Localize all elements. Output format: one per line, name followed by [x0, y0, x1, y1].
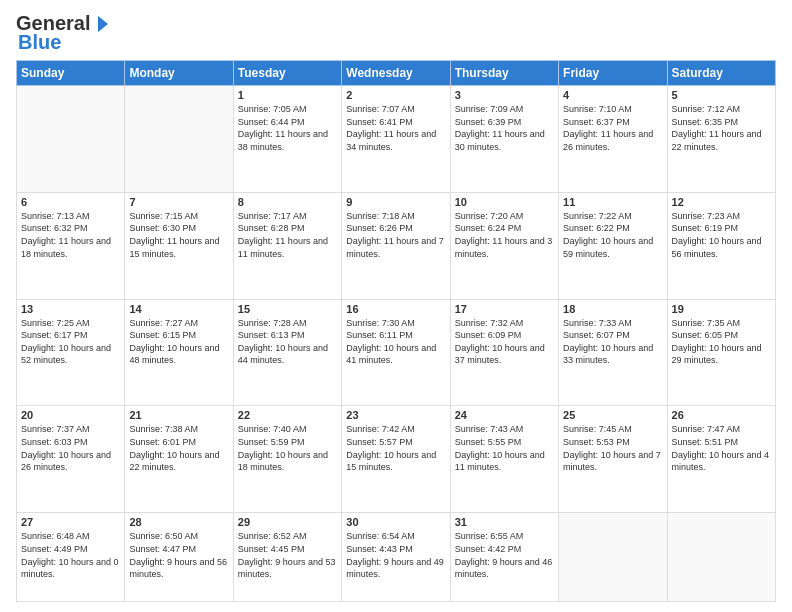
day-number: 31 — [455, 516, 554, 528]
day-number: 30 — [346, 516, 445, 528]
weekday-header: Wednesday — [342, 61, 450, 86]
calendar-cell: 3Sunrise: 7:09 AMSunset: 6:39 PMDaylight… — [450, 86, 558, 193]
day-number: 24 — [455, 409, 554, 421]
calendar-cell: 25Sunrise: 7:45 AMSunset: 5:53 PMDayligh… — [559, 406, 667, 513]
calendar-cell: 4Sunrise: 7:10 AMSunset: 6:37 PMDaylight… — [559, 86, 667, 193]
cell-info: Sunrise: 7:05 AMSunset: 6:44 PMDaylight:… — [238, 103, 337, 153]
day-number: 5 — [672, 89, 771, 101]
logo-icon — [90, 14, 110, 34]
weekday-header: Tuesday — [233, 61, 341, 86]
calendar-cell: 30Sunrise: 6:54 AMSunset: 4:43 PMDayligh… — [342, 513, 450, 602]
calendar-cell: 24Sunrise: 7:43 AMSunset: 5:55 PMDayligh… — [450, 406, 558, 513]
calendar-cell: 16Sunrise: 7:30 AMSunset: 6:11 PMDayligh… — [342, 299, 450, 406]
cell-info: Sunrise: 7:22 AMSunset: 6:22 PMDaylight:… — [563, 210, 662, 260]
cell-info: Sunrise: 7:20 AMSunset: 6:24 PMDaylight:… — [455, 210, 554, 260]
page: General Blue SundayMondayTuesdayWednesda… — [0, 0, 792, 612]
calendar-week-row: 27Sunrise: 6:48 AMSunset: 4:49 PMDayligh… — [17, 513, 776, 602]
calendar-week-row: 13Sunrise: 7:25 AMSunset: 6:17 PMDayligh… — [17, 299, 776, 406]
cell-info: Sunrise: 7:07 AMSunset: 6:41 PMDaylight:… — [346, 103, 445, 153]
calendar-cell — [559, 513, 667, 602]
calendar-table: SundayMondayTuesdayWednesdayThursdayFrid… — [16, 60, 776, 602]
day-number: 7 — [129, 196, 228, 208]
cell-info: Sunrise: 6:54 AMSunset: 4:43 PMDaylight:… — [346, 530, 445, 580]
calendar-cell — [17, 86, 125, 193]
cell-info: Sunrise: 6:55 AMSunset: 4:42 PMDaylight:… — [455, 530, 554, 580]
calendar-cell: 6Sunrise: 7:13 AMSunset: 6:32 PMDaylight… — [17, 192, 125, 299]
calendar-cell: 21Sunrise: 7:38 AMSunset: 6:01 PMDayligh… — [125, 406, 233, 513]
calendar-week-row: 20Sunrise: 7:37 AMSunset: 6:03 PMDayligh… — [17, 406, 776, 513]
calendar-cell — [667, 513, 775, 602]
cell-info: Sunrise: 7:47 AMSunset: 5:51 PMDaylight:… — [672, 423, 771, 473]
calendar-cell: 11Sunrise: 7:22 AMSunset: 6:22 PMDayligh… — [559, 192, 667, 299]
cell-info: Sunrise: 7:32 AMSunset: 6:09 PMDaylight:… — [455, 317, 554, 367]
calendar-cell: 23Sunrise: 7:42 AMSunset: 5:57 PMDayligh… — [342, 406, 450, 513]
calendar-cell: 18Sunrise: 7:33 AMSunset: 6:07 PMDayligh… — [559, 299, 667, 406]
calendar-cell: 26Sunrise: 7:47 AMSunset: 5:51 PMDayligh… — [667, 406, 775, 513]
day-number: 10 — [455, 196, 554, 208]
day-number: 13 — [21, 303, 120, 315]
calendar-cell: 5Sunrise: 7:12 AMSunset: 6:35 PMDaylight… — [667, 86, 775, 193]
day-number: 1 — [238, 89, 337, 101]
day-number: 17 — [455, 303, 554, 315]
cell-info: Sunrise: 7:12 AMSunset: 6:35 PMDaylight:… — [672, 103, 771, 153]
day-number: 21 — [129, 409, 228, 421]
weekday-header-row: SundayMondayTuesdayWednesdayThursdayFrid… — [17, 61, 776, 86]
weekday-header: Sunday — [17, 61, 125, 86]
cell-info: Sunrise: 6:48 AMSunset: 4:49 PMDaylight:… — [21, 530, 120, 580]
cell-info: Sunrise: 7:43 AMSunset: 5:55 PMDaylight:… — [455, 423, 554, 473]
cell-info: Sunrise: 7:18 AMSunset: 6:26 PMDaylight:… — [346, 210, 445, 260]
cell-info: Sunrise: 7:23 AMSunset: 6:19 PMDaylight:… — [672, 210, 771, 260]
calendar-cell: 9Sunrise: 7:18 AMSunset: 6:26 PMDaylight… — [342, 192, 450, 299]
calendar-cell: 12Sunrise: 7:23 AMSunset: 6:19 PMDayligh… — [667, 192, 775, 299]
svg-marker-0 — [98, 16, 108, 32]
calendar-cell — [125, 86, 233, 193]
logo-blue: Blue — [18, 31, 61, 54]
calendar-cell: 28Sunrise: 6:50 AMSunset: 4:47 PMDayligh… — [125, 513, 233, 602]
cell-info: Sunrise: 7:40 AMSunset: 5:59 PMDaylight:… — [238, 423, 337, 473]
calendar-cell: 29Sunrise: 6:52 AMSunset: 4:45 PMDayligh… — [233, 513, 341, 602]
day-number: 6 — [21, 196, 120, 208]
day-number: 29 — [238, 516, 337, 528]
cell-info: Sunrise: 7:35 AMSunset: 6:05 PMDaylight:… — [672, 317, 771, 367]
cell-info: Sunrise: 7:33 AMSunset: 6:07 PMDaylight:… — [563, 317, 662, 367]
weekday-header: Monday — [125, 61, 233, 86]
cell-info: Sunrise: 7:25 AMSunset: 6:17 PMDaylight:… — [21, 317, 120, 367]
logo: General Blue — [16, 12, 110, 54]
calendar-cell: 15Sunrise: 7:28 AMSunset: 6:13 PMDayligh… — [233, 299, 341, 406]
calendar-cell: 20Sunrise: 7:37 AMSunset: 6:03 PMDayligh… — [17, 406, 125, 513]
calendar-cell: 10Sunrise: 7:20 AMSunset: 6:24 PMDayligh… — [450, 192, 558, 299]
day-number: 20 — [21, 409, 120, 421]
calendar-cell: 13Sunrise: 7:25 AMSunset: 6:17 PMDayligh… — [17, 299, 125, 406]
day-number: 11 — [563, 196, 662, 208]
calendar-cell: 14Sunrise: 7:27 AMSunset: 6:15 PMDayligh… — [125, 299, 233, 406]
day-number: 19 — [672, 303, 771, 315]
day-number: 4 — [563, 89, 662, 101]
day-number: 28 — [129, 516, 228, 528]
day-number: 3 — [455, 89, 554, 101]
calendar-cell: 8Sunrise: 7:17 AMSunset: 6:28 PMDaylight… — [233, 192, 341, 299]
day-number: 2 — [346, 89, 445, 101]
cell-info: Sunrise: 7:17 AMSunset: 6:28 PMDaylight:… — [238, 210, 337, 260]
day-number: 15 — [238, 303, 337, 315]
day-number: 8 — [238, 196, 337, 208]
cell-info: Sunrise: 7:27 AMSunset: 6:15 PMDaylight:… — [129, 317, 228, 367]
day-number: 22 — [238, 409, 337, 421]
day-number: 16 — [346, 303, 445, 315]
day-number: 23 — [346, 409, 445, 421]
weekday-header: Thursday — [450, 61, 558, 86]
cell-info: Sunrise: 7:09 AMSunset: 6:39 PMDaylight:… — [455, 103, 554, 153]
day-number: 9 — [346, 196, 445, 208]
cell-info: Sunrise: 7:37 AMSunset: 6:03 PMDaylight:… — [21, 423, 120, 473]
cell-info: Sunrise: 7:13 AMSunset: 6:32 PMDaylight:… — [21, 210, 120, 260]
weekday-header: Friday — [559, 61, 667, 86]
calendar-cell: 2Sunrise: 7:07 AMSunset: 6:41 PMDaylight… — [342, 86, 450, 193]
day-number: 14 — [129, 303, 228, 315]
weekday-header: Saturday — [667, 61, 775, 86]
cell-info: Sunrise: 7:45 AMSunset: 5:53 PMDaylight:… — [563, 423, 662, 473]
cell-info: Sunrise: 7:10 AMSunset: 6:37 PMDaylight:… — [563, 103, 662, 153]
calendar-cell: 7Sunrise: 7:15 AMSunset: 6:30 PMDaylight… — [125, 192, 233, 299]
calendar-cell: 27Sunrise: 6:48 AMSunset: 4:49 PMDayligh… — [17, 513, 125, 602]
cell-info: Sunrise: 7:38 AMSunset: 6:01 PMDaylight:… — [129, 423, 228, 473]
calendar-week-row: 6Sunrise: 7:13 AMSunset: 6:32 PMDaylight… — [17, 192, 776, 299]
cell-info: Sunrise: 7:28 AMSunset: 6:13 PMDaylight:… — [238, 317, 337, 367]
